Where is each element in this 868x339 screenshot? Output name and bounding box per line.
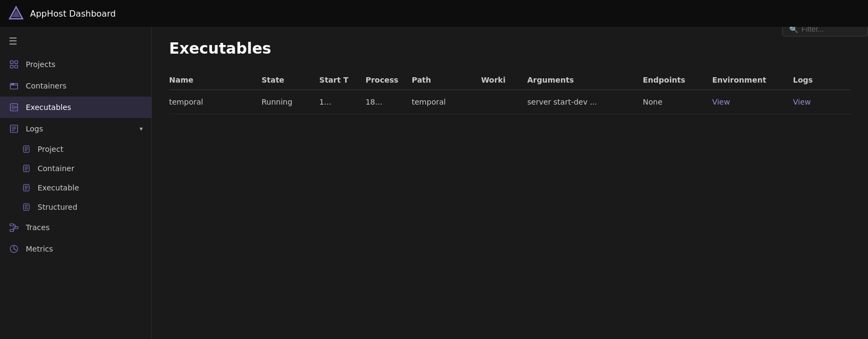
cell-state: Running <box>261 90 319 114</box>
cell-start: 1... <box>319 90 366 114</box>
project-log-icon <box>21 144 31 154</box>
grid-icon <box>9 59 19 70</box>
cell-logs: View <box>793 90 851 114</box>
table-body: temporal Running 1... 18... temporal ser… <box>169 90 851 114</box>
sidebar-item-label-projects: Projects <box>26 60 55 69</box>
logs-icon <box>9 123 19 134</box>
structured-log-icon <box>21 202 31 212</box>
table-header: Name State Start T Process Path Worki Ar… <box>169 70 851 90</box>
sidebar-item-label-executables: Executables <box>26 103 71 112</box>
col-header-state: State <box>261 70 319 90</box>
svg-rect-17 <box>14 227 18 229</box>
sidebar-item-logs[interactable]: Logs ▾ <box>0 118 151 139</box>
svg-rect-2 <box>10 61 13 63</box>
sidebar-item-label-logs: Logs <box>26 124 43 133</box>
topbar: AppHost Dashboard <box>0 0 868 27</box>
col-header-arguments: Arguments <box>527 70 643 90</box>
sidebar-item-traces[interactable]: Traces <box>0 217 151 238</box>
sidebar-sub-item-label-container: Container <box>38 164 74 173</box>
logs-chevron-icon: ▾ <box>140 125 143 132</box>
sidebar-sub-item-structured[interactable]: Structured <box>0 197 151 217</box>
cell-working <box>481 90 527 114</box>
col-header-name: Name <box>169 70 261 90</box>
executables-table: Name State Start T Process Path Worki Ar… <box>169 70 851 114</box>
executables-icon <box>9 102 19 113</box>
sidebar-sub-item-label-executable: Executable <box>38 183 79 192</box>
filter-input[interactable] <box>801 27 855 33</box>
sidebar-item-label-containers: Containers <box>26 82 67 90</box>
sidebar: ☰ Projects <box>0 27 152 339</box>
cell-endpoints: None <box>643 90 712 114</box>
sidebar-sub-item-container[interactable]: Container <box>0 159 151 178</box>
traces-icon <box>9 222 19 233</box>
sidebar-item-metrics[interactable]: Metrics <box>0 238 151 260</box>
svg-rect-5 <box>15 65 18 68</box>
container-log-icon <box>21 164 31 173</box>
col-header-process: Process <box>366 70 412 90</box>
environment-view-link[interactable]: View <box>712 98 730 106</box>
svg-rect-18 <box>10 230 14 232</box>
svg-rect-3 <box>15 61 18 63</box>
logs-view-link[interactable]: View <box>793 98 811 106</box>
sidebar-sub-item-label-project: Project <box>38 145 63 153</box>
svg-rect-10 <box>15 107 17 108</box>
app-title: AppHost Dashboard <box>30 9 116 19</box>
page-title: Executables <box>169 40 851 57</box>
cell-arguments: server start-dev ... <box>527 90 643 114</box>
logs-sub-menu: Project Container Exec <box>0 139 151 217</box>
cell-process: 18... <box>366 90 412 114</box>
sidebar-sub-item-executable[interactable]: Executable <box>0 178 151 197</box>
app-logo <box>9 6 24 21</box>
cell-environment: View <box>712 90 793 114</box>
svg-point-7 <box>12 84 13 85</box>
sidebar-item-containers[interactable]: Containers <box>0 75 151 97</box>
svg-point-8 <box>13 84 14 85</box>
col-header-start: Start T <box>319 70 366 90</box>
cell-path: temporal <box>412 90 481 114</box>
sidebar-item-label-metrics: Metrics <box>26 245 53 253</box>
main-content: 🔍 Executables Name State Start T Process… <box>152 27 868 339</box>
svg-rect-4 <box>10 65 13 68</box>
metrics-icon <box>9 244 19 254</box>
container-icon <box>9 80 19 91</box>
filter-bar: 🔍 <box>782 27 868 36</box>
sidebar-toggle-button[interactable]: ☰ <box>0 31 151 51</box>
search-icon: 🔍 <box>789 27 798 33</box>
col-header-endpoints: Endpoints <box>643 70 712 90</box>
sidebar-item-label-traces: Traces <box>26 223 49 232</box>
col-header-path: Path <box>412 70 481 90</box>
sidebar-item-projects[interactable]: Projects <box>0 54 151 75</box>
col-header-logs: Logs <box>793 70 851 90</box>
col-header-environment: Environment <box>712 70 793 90</box>
sidebar-item-executables[interactable]: Executables <box>0 97 151 118</box>
executable-log-icon <box>21 183 31 193</box>
table-row: temporal Running 1... 18... temporal ser… <box>169 90 851 114</box>
sidebar-sub-item-project[interactable]: Project <box>0 139 151 159</box>
svg-rect-16 <box>10 224 14 226</box>
body-layout: ☰ Projects <box>0 27 868 339</box>
cell-name: temporal <box>169 90 261 114</box>
col-header-working: Worki <box>481 70 527 90</box>
sidebar-sub-item-label-structured: Structured <box>38 203 77 211</box>
